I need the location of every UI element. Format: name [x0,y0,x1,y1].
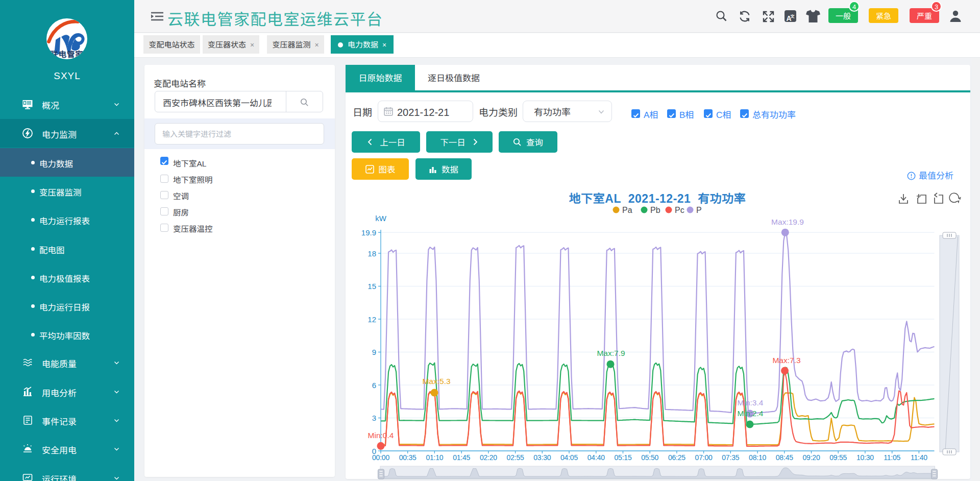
svg-text:9: 9 [372,346,376,357]
svg-text:Pb: Pb [650,203,660,215]
svg-text:Min:2.4: Min:2.4 [738,407,764,418]
svg-text:19.9: 19.9 [361,227,376,237]
svg-text:15: 15 [368,280,376,291]
svg-text:11:40: 11:40 [911,452,927,462]
svg-text:Min:0.4: Min:0.4 [368,429,394,440]
svg-text:Max:5.3: Max:5.3 [422,375,450,386]
svg-text:联电管家: 联电管家 [50,48,83,59]
svg-text:Pa: Pa [622,203,632,215]
svg-text:3: 3 [372,412,376,423]
svg-text:09:20: 09:20 [802,452,820,462]
svg-text:07:00: 07:00 [695,452,713,462]
svg-text:01:10: 01:10 [426,452,443,462]
svg-text:02:20: 02:20 [480,452,497,462]
svg-text:11:05: 11:05 [884,452,900,462]
svg-text:10:30: 10:30 [856,452,874,462]
svg-text:03:30: 03:30 [533,452,551,462]
svg-text:Max:7.9: Max:7.9 [597,347,625,358]
svg-text:00:00: 00:00 [372,452,389,462]
svg-text:Pc: Pc [675,203,684,215]
svg-text:05:15: 05:15 [614,452,631,462]
svg-text:6: 6 [372,379,376,390]
svg-text:00:35: 00:35 [399,452,416,462]
svg-text:08:10: 08:10 [749,452,766,462]
svg-text:18: 18 [368,248,376,258]
svg-text:06:25: 06:25 [668,452,685,462]
svg-text:05:50: 05:50 [641,452,658,462]
svg-text:01:45: 01:45 [453,452,470,462]
svg-text:04:40: 04:40 [587,452,605,462]
svg-text:kW: kW [375,212,387,223]
svg-text:P: P [696,203,702,215]
svg-text:Max:19.9: Max:19.9 [771,215,804,227]
svg-text:Min:3.4: Min:3.4 [738,396,764,407]
svg-text:Max:7.3: Max:7.3 [772,354,800,365]
svg-text:09:55: 09:55 [829,452,847,462]
svg-text:02:55: 02:55 [507,452,524,462]
svg-text:04:05: 04:05 [560,452,578,462]
svg-text:08:45: 08:45 [776,452,793,462]
svg-text:12: 12 [368,314,376,324]
svg-text:07:35: 07:35 [722,452,739,462]
